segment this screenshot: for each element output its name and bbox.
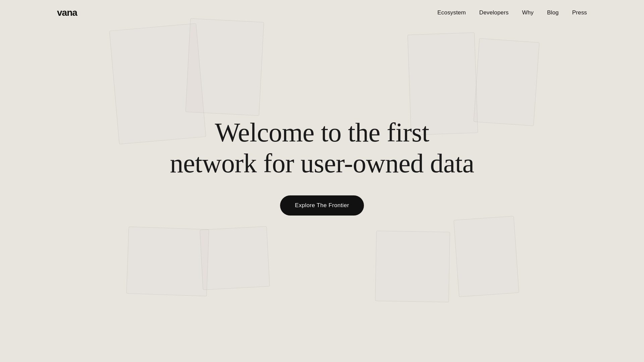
hero-title-line1: Welcome to the first <box>215 118 429 147</box>
hero-section: Welcome to the first network for user-ow… <box>0 0 644 334</box>
hero-title-line2: network for user-owned data <box>170 148 474 178</box>
hero-title: Welcome to the first network for user-ow… <box>170 117 474 179</box>
explore-frontier-button[interactable]: Explore The Frontier <box>280 195 364 216</box>
